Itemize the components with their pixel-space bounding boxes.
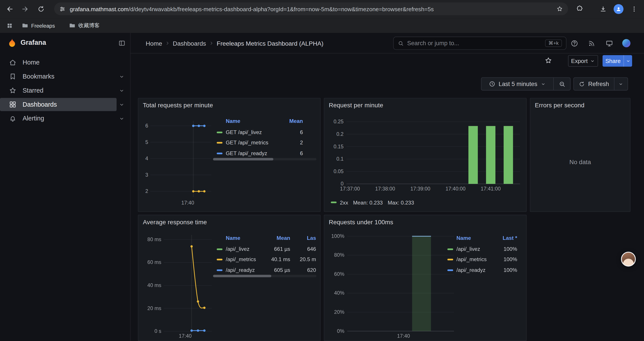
sidebar-item-home[interactable]: Home [0,56,130,70]
series-name[interactable]: /api/_livez [456,244,480,254]
legend-scrollbar[interactable] [213,158,316,160]
browser-menu-icon[interactable] [627,2,641,16]
bell-icon [8,114,17,122]
y-tick-label: 80% [334,252,344,258]
series-name[interactable]: GET /api/_livez [226,128,262,137]
grafana-sidebar: Grafana HomeBookmarksStarredDashboardsAl… [0,33,130,341]
y-tick-label: 0 s [154,328,161,334]
apps-icon [8,100,17,108]
legend-header-last[interactable]: Last * [502,234,517,243]
home-icon [8,58,17,67]
floating-avatar-widget[interactable] [621,252,636,266]
series-name[interactable]: /api/_readyz [456,265,486,275]
breadcrumb-dashboards[interactable]: Dashboards [173,40,206,47]
breadcrumb: Home Dashboards Freeleaps Metrics Dashbo… [146,33,324,54]
bookmark-item[interactable]: Freeleaps [18,20,59,31]
search-box[interactable]: ⌘+k [393,37,566,50]
series-name[interactable]: /api/_metrics [456,255,486,265]
y-tick-label: 100% [331,233,344,239]
sidebar-item-label: Starred [22,87,44,94]
y-tick-label: 20 ms [147,305,161,311]
user-avatar[interactable] [622,39,630,47]
series-color-icon [448,259,453,260]
series-name[interactable]: /api/_livez [226,244,250,254]
chevron-down-icon[interactable] [118,101,125,108]
series-point [197,329,199,331]
zoom-out-button[interactable] [553,78,570,90]
folder-icon [69,22,76,29]
y-tick-label: 40 ms [147,282,161,288]
forward-button[interactable] [18,2,32,16]
url-text: grafana.mathmast.com/d/deytv4rwavabkb/fr… [70,6,552,12]
series-point [198,190,200,192]
site-settings-icon[interactable] [59,6,66,12]
sidebar-item-label: Bookmarks [22,73,54,80]
scrollbar-thumb[interactable] [213,158,273,160]
chevron-right-icon [164,40,170,46]
legend-scrollbar[interactable] [213,275,316,277]
collapse-sidebar-icon[interactable] [118,40,126,47]
series-name[interactable]: GET /api/_metrics [226,138,268,148]
favorite-star-icon[interactable] [544,56,552,65]
refresh-button[interactable]: Refresh [574,78,614,90]
y-tick-label: 0.25 [334,119,344,124]
search-input[interactable] [407,40,542,47]
bookmark-item[interactable]: 收藏博客 [65,20,104,31]
panel-total-requests-per-minute: Total requests per minute6543217:40NameM… [138,98,320,212]
series-name[interactable]: 2xx [340,199,348,205]
y-tick-label: 40% [334,290,344,296]
bar [504,126,513,184]
news-rss-icon[interactable] [587,39,596,48]
panel-title[interactable]: Errors per second [535,102,584,109]
series-name[interactable]: /api/_readyz [226,265,255,275]
panel-average-response-time: Average response time80 ms60 ms40 ms20 m… [138,215,320,341]
bookmark-star-icon[interactable] [556,5,563,12]
extensions-icon[interactable] [572,2,586,16]
legend-header-name[interactable]: Name [226,234,240,243]
apps-grid-icon[interactable] [6,22,13,29]
series-point [192,190,194,192]
scrollbar-thumb[interactable] [213,275,271,277]
legend-header-row: NameLast * [444,234,527,243]
address-bar[interactable]: grafana.mathmast.com/d/deytv4rwavabkb/fr… [54,3,568,15]
x-tick-label: 17:40:00 [446,186,466,192]
browser-profile-avatar[interactable] [614,4,624,14]
chevron-down-icon[interactable] [118,87,125,94]
bookmark-icon [8,72,17,81]
chevron-down-icon[interactable] [118,115,125,122]
star-icon [8,87,17,95]
legend-header-name[interactable]: Name [226,117,240,126]
legend-header-name[interactable]: Name [456,234,471,243]
chevron-right-icon [208,40,214,46]
legend-header-las[interactable]: Las [307,234,316,243]
series-value: 6 [300,128,303,137]
y-tick-label: 60% [334,271,344,277]
chevron-down-icon[interactable] [118,74,125,80]
series-value: 100% [504,255,517,265]
legend-header-mean[interactable]: Mean [289,117,303,126]
zoom-out-icon [558,80,566,87]
help-icon[interactable] [570,39,579,48]
sidebar-item-bookmarks[interactable]: Bookmarks [0,70,130,84]
export-button[interactable]: Export [568,55,598,67]
sidebar-item-alerting[interactable]: Alerting [0,112,130,126]
y-tick-label: 80 ms [147,237,161,242]
downloads-icon[interactable] [596,2,610,16]
series-name[interactable]: /api/_metrics [226,255,256,265]
display-icon[interactable] [604,39,614,48]
reload-button[interactable] [34,2,48,16]
bar [412,236,431,331]
legend-header-mean[interactable]: Mean [277,234,290,243]
sidebar-item-starred[interactable]: Starred [0,84,130,98]
sidebar-item-label: Dashboards [22,101,57,108]
refresh-interval-dropdown[interactable] [614,78,628,90]
share-button[interactable]: Share [602,55,632,67]
breadcrumb-current: Freeleaps Metrics Dashboard (ALPHA) [217,40,324,47]
sidebar-item-dashboards[interactable]: Dashboards [0,97,130,112]
grafana-logo-icon[interactable] [7,38,17,48]
share-menu-chevron-icon[interactable] [624,58,632,63]
back-button[interactable] [3,2,17,16]
series-name[interactable]: GET /api/_readyz [226,148,267,158]
time-range-picker[interactable]: Last 5 minutes [481,78,553,90]
breadcrumb-home[interactable]: Home [146,40,162,47]
